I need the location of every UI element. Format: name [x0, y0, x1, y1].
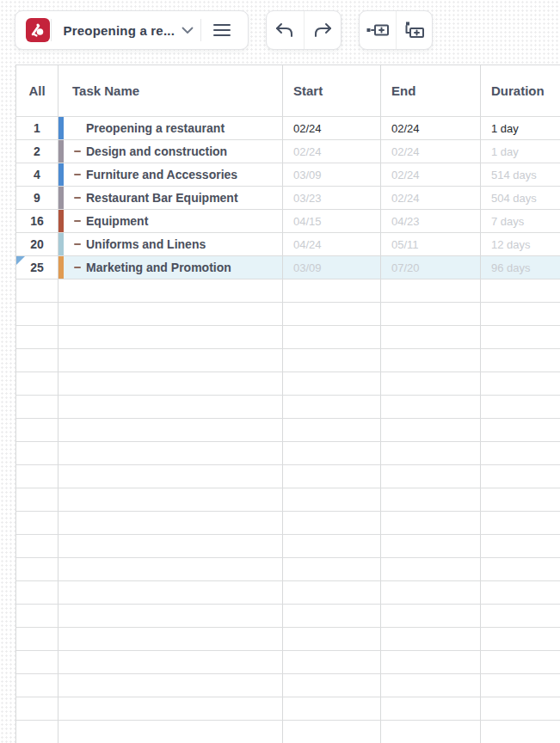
document-title-dropdown[interactable]: Preopening a re... — [52, 23, 200, 38]
row-number-cell[interactable]: 25 — [16, 256, 58, 279]
collapse-toggle-icon[interactable] — [74, 197, 81, 199]
start-date-cell[interactable]: 02/24 — [283, 140, 381, 163]
row-number-cell[interactable]: 16 — [16, 210, 58, 233]
end-date-cell[interactable]: 02/24 — [381, 187, 481, 210]
header-end[interactable]: End — [381, 65, 481, 117]
row-number-cell[interactable]: 2 — [16, 140, 58, 163]
empty-number-cell — [16, 651, 58, 674]
start-date-cell[interactable]: 03/09 — [283, 256, 381, 279]
empty-duration-cell — [481, 396, 560, 419]
duration-cell[interactable]: 504 days — [481, 187, 560, 210]
empty-end-cell — [381, 349, 481, 372]
empty-number-cell — [16, 465, 58, 488]
insert-task-button[interactable] — [360, 11, 396, 49]
empty-start-cell — [283, 674, 381, 697]
duration-cell[interactable]: 1 day — [481, 117, 560, 140]
selection-corner-marker — [16, 256, 25, 265]
redo-button[interactable] — [305, 11, 342, 49]
empty-number-cell — [16, 419, 58, 442]
empty-task-cell — [58, 651, 283, 674]
duration-cell[interactable]: 514 days — [481, 163, 560, 187]
empty-row — [16, 396, 560, 419]
task-name-cell[interactable]: Marketing and Promotion — [58, 256, 283, 279]
task-color-bar — [58, 187, 64, 209]
collapse-toggle-icon[interactable] — [74, 220, 81, 222]
empty-task-cell — [58, 326, 283, 349]
header-duration[interactable]: Duration — [481, 65, 560, 117]
empty-duration-cell — [481, 279, 560, 303]
start-date-cell[interactable]: 03/23 — [283, 187, 381, 210]
row-number-cell[interactable]: 9 — [16, 187, 58, 210]
empty-number-cell — [16, 442, 58, 465]
header-all[interactable]: All — [16, 65, 58, 117]
empty-task-cell — [58, 628, 283, 651]
insert-subtask-button[interactable] — [397, 11, 433, 49]
header-task-name[interactable]: Task Name — [58, 65, 283, 117]
empty-end-cell — [381, 697, 481, 721]
collapse-toggle-icon[interactable] — [74, 174, 81, 175]
empty-duration-cell — [481, 558, 560, 581]
empty-start-cell — [283, 697, 381, 721]
empty-number-cell — [16, 303, 58, 326]
task-name-cell[interactable]: Furniture and Accessories — [58, 163, 283, 187]
header-start[interactable]: Start — [283, 65, 381, 117]
empty-end-cell — [381, 674, 481, 697]
empty-number-cell — [16, 488, 58, 512]
duration-cell[interactable]: 1 day — [481, 140, 560, 163]
end-date-cell[interactable]: 02/24 — [381, 140, 481, 163]
task-name-cell[interactable]: Equipment — [58, 210, 283, 233]
empty-number-cell — [16, 279, 58, 303]
empty-task-cell — [58, 465, 283, 488]
task-color-bar — [58, 233, 64, 255]
end-date-cell[interactable]: 02/24 — [381, 163, 481, 187]
empty-start-cell — [283, 326, 381, 349]
empty-task-cell — [58, 674, 283, 697]
end-date-cell[interactable]: 02/24 — [381, 117, 481, 140]
row-number-cell[interactable]: 1 — [16, 117, 58, 140]
start-date-cell[interactable]: 03/09 — [283, 163, 381, 187]
empty-row — [16, 651, 560, 674]
app-logo-icon — [26, 18, 50, 42]
task-row: 20 Uniforms and Linens 04/24 05/11 12 da… — [16, 233, 560, 256]
empty-task-cell — [58, 372, 283, 396]
undo-button[interactable] — [267, 11, 304, 49]
end-date-cell[interactable]: 07/20 — [381, 256, 481, 279]
end-date-cell[interactable]: 04/23 — [381, 210, 481, 233]
empty-number-cell — [16, 512, 58, 535]
duration-cell[interactable]: 12 days — [481, 233, 560, 256]
empty-task-cell — [58, 512, 283, 535]
task-name-cell[interactable]: Design and construction — [58, 140, 283, 163]
empty-duration-cell — [481, 303, 560, 326]
duration-cell[interactable]: 96 days — [481, 256, 560, 279]
collapse-toggle-icon[interactable] — [74, 267, 81, 268]
collapse-toggle-icon[interactable] — [74, 243, 81, 245]
start-date-cell[interactable]: 02/24 — [283, 117, 381, 140]
empty-start-cell — [283, 721, 381, 743]
insert-task-icon — [366, 22, 389, 38]
task-name-cell[interactable]: Uniforms and Linens — [58, 233, 283, 256]
empty-task-cell — [58, 721, 283, 743]
app-logo-button[interactable] — [26, 18, 51, 42]
empty-start-cell — [283, 535, 381, 558]
empty-row — [16, 326, 560, 349]
row-number-cell[interactable]: 20 — [16, 233, 58, 256]
row-number-cell[interactable]: 4 — [16, 163, 58, 187]
menu-button[interactable] — [201, 11, 243, 49]
empty-task-cell — [58, 488, 283, 512]
empty-duration-cell — [481, 721, 560, 743]
empty-start-cell — [283, 442, 381, 465]
empty-row — [16, 349, 560, 372]
start-date-cell[interactable]: 04/15 — [283, 210, 381, 233]
empty-start-cell — [283, 488, 381, 512]
end-date-cell[interactable]: 05/11 — [381, 233, 481, 256]
empty-duration-cell — [481, 372, 560, 396]
task-row: 25 Marketing and Promotion 03/09 07/20 9… — [16, 256, 560, 279]
collapse-toggle-icon[interactable] — [74, 150, 81, 152]
empty-duration-cell — [481, 512, 560, 535]
empty-duration-cell — [481, 465, 560, 488]
duration-cell[interactable]: 7 days — [481, 210, 560, 233]
start-date-cell[interactable]: 04/24 — [283, 233, 381, 256]
task-name-cell[interactable]: Restaurant Bar Equipment — [58, 187, 283, 210]
task-name-cell[interactable]: Preopening a restaurant — [58, 117, 283, 140]
empty-duration-cell — [481, 628, 560, 651]
